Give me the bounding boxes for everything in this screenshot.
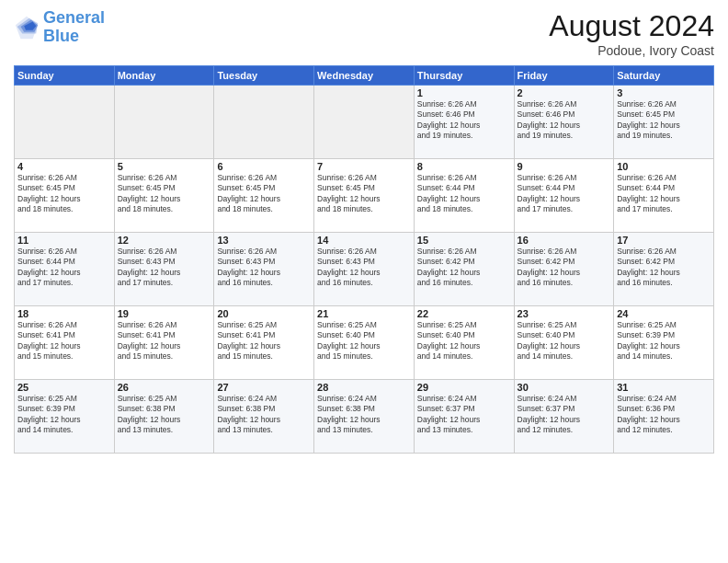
- day-number: 14: [317, 235, 411, 246]
- header-friday: Friday: [514, 66, 614, 86]
- day-number: 15: [417, 235, 511, 246]
- header: General Blue August 2024 Podoue, Ivory C…: [14, 9, 714, 58]
- day-info: Sunrise: 6:25 AM Sunset: 6:39 PM Dayligh…: [17, 394, 111, 436]
- day-info: Sunrise: 6:26 AM Sunset: 6:42 PM Dayligh…: [417, 247, 511, 289]
- day-number: 4: [17, 161, 111, 172]
- title-block: August 2024 Podoue, Ivory Coast: [549, 9, 714, 58]
- header-saturday: Saturday: [614, 66, 714, 86]
- logo-blue: Blue: [43, 27, 79, 45]
- day-number: 3: [617, 87, 711, 98]
- day-cell-34: 30Sunrise: 6:24 AM Sunset: 6:37 PM Dayli…: [514, 380, 614, 454]
- day-cell-12: 8Sunrise: 6:26 AM Sunset: 6:44 PM Daylig…: [414, 159, 514, 233]
- day-number: 5: [118, 161, 211, 172]
- day-cell-6: 2Sunrise: 6:26 AM Sunset: 6:46 PM Daylig…: [514, 86, 614, 159]
- day-info: Sunrise: 6:26 AM Sunset: 6:44 PM Dayligh…: [518, 173, 611, 215]
- header-row: Sunday Monday Tuesday Wednesday Thursday…: [15, 66, 714, 86]
- day-number: 8: [417, 161, 511, 172]
- day-cell-35: 31Sunrise: 6:24 AM Sunset: 6:36 PM Dayli…: [614, 380, 714, 454]
- day-number: 21: [317, 308, 411, 319]
- day-cell-28: 24Sunrise: 6:25 AM Sunset: 6:39 PM Dayli…: [614, 306, 714, 380]
- day-info: Sunrise: 6:26 AM Sunset: 6:43 PM Dayligh…: [217, 247, 311, 289]
- day-cell-19: 15Sunrise: 6:26 AM Sunset: 6:42 PM Dayli…: [414, 233, 514, 306]
- day-info: Sunrise: 6:26 AM Sunset: 6:41 PM Dayligh…: [17, 320, 111, 362]
- day-info: Sunrise: 6:26 AM Sunset: 6:46 PM Dayligh…: [518, 99, 611, 142]
- day-number: 19: [118, 308, 211, 319]
- day-cell-7: 3Sunrise: 6:26 AM Sunset: 6:45 PM Daylig…: [614, 86, 714, 159]
- day-cell-23: 19Sunrise: 6:26 AM Sunset: 6:41 PM Dayli…: [114, 306, 214, 380]
- day-number: 2: [518, 87, 611, 98]
- day-number: 29: [417, 382, 511, 393]
- day-cell-15: 11Sunrise: 6:26 AM Sunset: 6:44 PM Dayli…: [15, 233, 115, 306]
- day-number: 31: [617, 382, 711, 393]
- day-number: 10: [617, 161, 711, 172]
- page: General Blue August 2024 Podoue, Ivory C…: [0, 0, 728, 563]
- day-info: Sunrise: 6:25 AM Sunset: 6:41 PM Dayligh…: [217, 320, 311, 362]
- header-wednesday: Wednesday: [314, 66, 415, 86]
- day-number: 7: [317, 161, 411, 172]
- day-info: Sunrise: 6:26 AM Sunset: 6:41 PM Dayligh…: [118, 320, 211, 362]
- day-cell-22: 18Sunrise: 6:26 AM Sunset: 6:41 PM Dayli…: [15, 306, 115, 380]
- day-info: Sunrise: 6:26 AM Sunset: 6:45 PM Dayligh…: [118, 173, 211, 215]
- day-cell-11: 7Sunrise: 6:26 AM Sunset: 6:45 PM Daylig…: [314, 159, 415, 233]
- day-number: 27: [217, 382, 311, 393]
- week-row-3: 11Sunrise: 6:26 AM Sunset: 6:44 PM Dayli…: [15, 233, 714, 306]
- day-info: Sunrise: 6:25 AM Sunset: 6:40 PM Dayligh…: [518, 320, 611, 362]
- week-row-5: 25Sunrise: 6:25 AM Sunset: 6:39 PM Dayli…: [15, 380, 714, 454]
- day-cell-20: 16Sunrise: 6:26 AM Sunset: 6:42 PM Dayli…: [514, 233, 614, 306]
- day-info: Sunrise: 6:26 AM Sunset: 6:45 PM Dayligh…: [17, 173, 111, 215]
- day-info: Sunrise: 6:25 AM Sunset: 6:39 PM Dayligh…: [617, 320, 711, 362]
- day-info: Sunrise: 6:25 AM Sunset: 6:40 PM Dayligh…: [417, 320, 511, 362]
- week-row-1: 1Sunrise: 6:26 AM Sunset: 6:46 PM Daylig…: [15, 86, 714, 159]
- day-cell-24: 20Sunrise: 6:25 AM Sunset: 6:41 PM Dayli…: [214, 306, 314, 380]
- header-thursday: Thursday: [414, 66, 514, 86]
- day-info: Sunrise: 6:25 AM Sunset: 6:38 PM Dayligh…: [118, 394, 211, 436]
- day-cell-5: 1Sunrise: 6:26 AM Sunset: 6:46 PM Daylig…: [414, 86, 514, 159]
- day-cell-29: 25Sunrise: 6:25 AM Sunset: 6:39 PM Dayli…: [15, 380, 115, 454]
- calendar-body: 1Sunrise: 6:26 AM Sunset: 6:46 PM Daylig…: [15, 86, 714, 454]
- day-info: Sunrise: 6:24 AM Sunset: 6:36 PM Dayligh…: [617, 394, 711, 436]
- day-number: 23: [518, 308, 611, 319]
- day-info: Sunrise: 6:26 AM Sunset: 6:42 PM Dayligh…: [518, 247, 611, 289]
- day-info: Sunrise: 6:26 AM Sunset: 6:45 PM Dayligh…: [217, 173, 311, 215]
- day-number: 18: [17, 308, 111, 319]
- day-cell-4: [314, 86, 415, 159]
- day-info: Sunrise: 6:26 AM Sunset: 6:42 PM Dayligh…: [617, 247, 711, 289]
- day-cell-10: 6Sunrise: 6:26 AM Sunset: 6:45 PM Daylig…: [214, 159, 314, 233]
- day-cell-1: [15, 86, 115, 159]
- calendar-header: Sunday Monday Tuesday Wednesday Thursday…: [15, 66, 714, 86]
- location: Podoue, Ivory Coast: [549, 43, 714, 58]
- day-number: 30: [518, 382, 611, 393]
- logo-general: General: [43, 8, 105, 27]
- day-cell-21: 17Sunrise: 6:26 AM Sunset: 6:42 PM Dayli…: [614, 233, 714, 306]
- day-info: Sunrise: 6:26 AM Sunset: 6:45 PM Dayligh…: [317, 173, 411, 215]
- day-number: 20: [217, 308, 311, 319]
- day-cell-33: 29Sunrise: 6:24 AM Sunset: 6:37 PM Dayli…: [414, 380, 514, 454]
- day-cell-16: 12Sunrise: 6:26 AM Sunset: 6:43 PM Dayli…: [114, 233, 214, 306]
- day-number: 25: [17, 382, 111, 393]
- header-tuesday: Tuesday: [214, 66, 314, 86]
- day-cell-27: 23Sunrise: 6:25 AM Sunset: 6:40 PM Dayli…: [514, 306, 614, 380]
- day-number: 22: [417, 308, 511, 319]
- day-info: Sunrise: 6:26 AM Sunset: 6:43 PM Dayligh…: [317, 247, 411, 289]
- logo-text: General Blue: [43, 9, 105, 46]
- day-info: Sunrise: 6:26 AM Sunset: 6:45 PM Dayligh…: [617, 99, 711, 142]
- day-info: Sunrise: 6:26 AM Sunset: 6:44 PM Dayligh…: [17, 247, 111, 289]
- day-number: 12: [118, 235, 211, 246]
- day-cell-9: 5Sunrise: 6:26 AM Sunset: 6:45 PM Daylig…: [114, 159, 214, 233]
- day-info: Sunrise: 6:24 AM Sunset: 6:37 PM Dayligh…: [417, 394, 511, 436]
- day-number: 24: [617, 308, 711, 319]
- day-info: Sunrise: 6:24 AM Sunset: 6:37 PM Dayligh…: [518, 394, 611, 436]
- logo: General Blue: [14, 9, 105, 46]
- day-number: 13: [217, 235, 311, 246]
- day-info: Sunrise: 6:25 AM Sunset: 6:40 PM Dayligh…: [317, 320, 411, 362]
- day-number: 28: [317, 382, 411, 393]
- header-monday: Monday: [114, 66, 214, 86]
- day-info: Sunrise: 6:26 AM Sunset: 6:44 PM Dayligh…: [417, 173, 511, 215]
- day-cell-3: [214, 86, 314, 159]
- day-number: 11: [17, 235, 111, 246]
- day-number: 17: [617, 235, 711, 246]
- logo-icon: [14, 15, 40, 40]
- day-info: Sunrise: 6:26 AM Sunset: 6:44 PM Dayligh…: [617, 173, 711, 215]
- day-cell-8: 4Sunrise: 6:26 AM Sunset: 6:45 PM Daylig…: [15, 159, 115, 233]
- day-number: 26: [118, 382, 211, 393]
